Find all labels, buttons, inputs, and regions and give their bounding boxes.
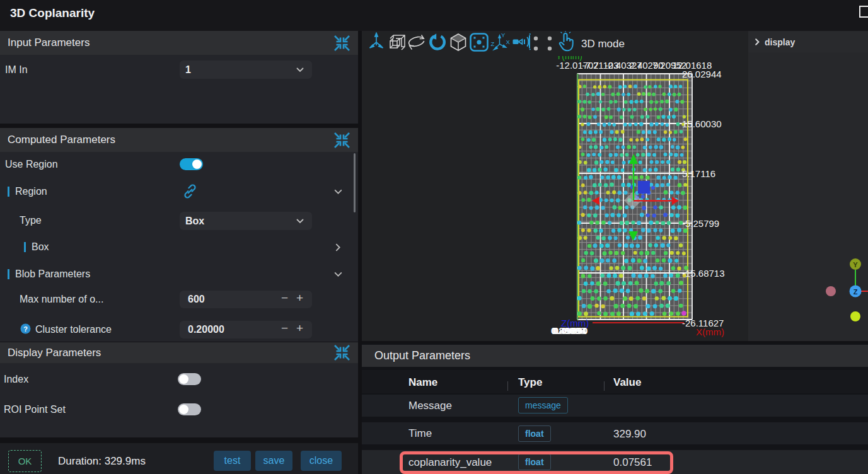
svg-text:12.01618: 12.01618 bbox=[673, 60, 712, 71]
svg-text:X: X bbox=[506, 38, 511, 45]
svg-text:-5.25799: -5.25799 bbox=[682, 218, 719, 229]
svg-text:Z(mm): Z(mm) bbox=[561, 318, 589, 328]
svg-text:Y: Y bbox=[501, 32, 506, 38]
svg-text:?: ? bbox=[23, 325, 28, 333]
svg-text:15.60030: 15.60030 bbox=[682, 118, 722, 129]
svg-text:5.17116: 5.17116 bbox=[682, 168, 715, 179]
svg-text:-15.68713: -15.68713 bbox=[682, 268, 725, 279]
svg-text:Z: Z bbox=[491, 40, 495, 47]
svg-text:Y: Y bbox=[853, 261, 858, 269]
svg-text:X(mm): X(mm) bbox=[696, 327, 724, 337]
svg-text:Z: Z bbox=[854, 288, 858, 296]
